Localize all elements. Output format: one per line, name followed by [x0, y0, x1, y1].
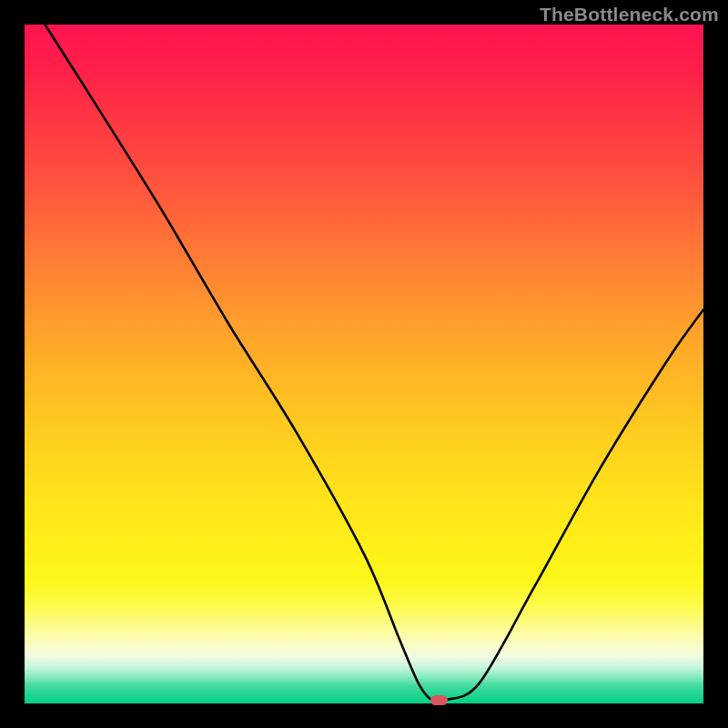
optimal-marker — [430, 695, 448, 705]
bottleneck-curve — [25, 25, 703, 703]
watermark-text: TheBottleneck.com — [540, 4, 719, 25]
chart-frame: TheBottleneck.com — [0, 0, 728, 728]
